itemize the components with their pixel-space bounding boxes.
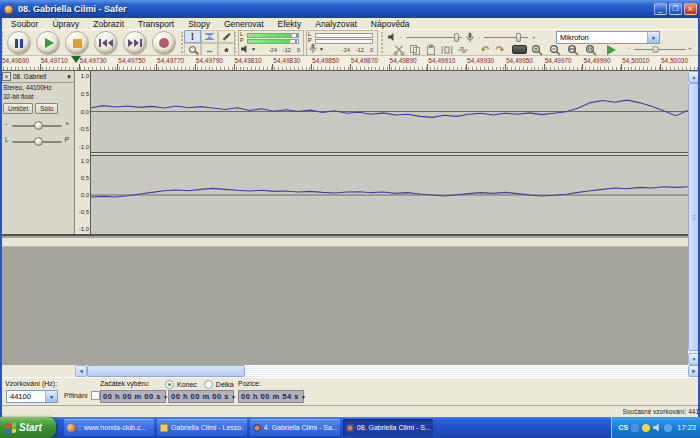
horizontal-scrollbar-row: ◄ ► [0,365,700,377]
menu-upravy[interactable]: Úpravy [45,19,86,29]
mixer-toolbar: - - + [388,31,536,43]
taskbar-task[interactable]: 08. Gabriella Cilmi - S... [343,419,433,436]
meter-dropdown-caret[interactable]: ▼ [319,46,324,52]
timeline-ruler[interactable]: 54,4969054,4971054,4973054,4975054,49770… [0,56,700,71]
track-menu-caret-icon[interactable]: ▼ [66,74,74,80]
tray-icon[interactable] [642,424,650,432]
horizontal-scroll-thumb[interactable] [87,365,245,377]
start-button[interactable]: Start [0,417,56,438]
chevron-down-icon[interactable]: ▼ [301,394,306,400]
chevron-down-icon[interactable]: ▼ [231,394,236,400]
copy-button[interactable] [408,43,422,56]
ruler-major-tick [79,64,80,70]
gain-slider-thumb[interactable] [34,121,43,130]
pan-slider[interactable]: L P [4,134,70,148]
output-meter[interactable]: LP ▼ -24-120 [238,30,304,56]
speaker-icon [241,45,249,53]
sync-lock-button[interactable] [510,43,528,56]
rate-select[interactable]: 44100 ▼ [6,390,58,403]
horizontal-scrollbar[interactable]: ◄ ► [75,365,700,377]
toolbar-grip[interactable] [381,32,385,53]
chevron-down-icon[interactable]: ▼ [45,391,57,402]
fit-project-button[interactable] [584,43,598,56]
track-title-bar[interactable]: × 08. Gabriell ▼ [0,71,74,83]
chevron-down-icon[interactable]: ▼ [647,32,659,43]
waveform-left-channel[interactable] [91,71,688,152]
zoom-tool-button[interactable] [184,43,201,56]
undo-button[interactable]: ↶ [478,43,492,56]
pause-button[interactable] [7,31,31,55]
tray-icon[interactable] [631,424,639,432]
fit-selection-button[interactable] [566,43,580,56]
minimize-button[interactable]: _ [654,3,667,15]
zoom-in-button[interactable] [530,43,544,56]
audacity-window: 08. Gabriella Cilmi - Safer _ ❐ ✕ Soubor… [0,0,700,438]
playback-speed-slider[interactable] [634,45,686,54]
skip-to-start-button[interactable] [94,31,118,55]
tray-icon[interactable] [664,424,672,432]
multi-tool-button[interactable]: * [218,43,235,56]
microphone-icon [309,43,317,54]
meter-dropdown-caret[interactable]: ▼ [251,46,256,52]
close-button[interactable]: ✕ [684,3,697,15]
ibeam-icon: I [191,31,194,42]
pan-slider-thumb[interactable] [34,137,43,146]
track-close-button[interactable]: × [2,72,11,81]
envelope-tool-button[interactable] [201,30,218,43]
silence-button[interactable] [456,43,470,56]
selection-end-field[interactable]: 00 h 00 m 00 s ▼ [168,390,234,403]
redo-button[interactable]: ↷ [493,43,507,56]
taskbar-task[interactable]: Gabriella Cilmi - Lesso... [157,419,247,436]
audio-track[interactable]: × 08. Gabriell ▼ Stereo, 44100Hz 32-bit … [0,71,688,236]
menu-transport[interactable]: Transport [131,19,181,29]
vruler-label: -0,5 [79,126,89,132]
position-field[interactable]: 00 h 00 m 54 s ▼ [238,390,304,403]
menu-efekty[interactable]: Efekty [271,19,309,29]
cut-button[interactable] [392,43,406,56]
timeshift-tool-button[interactable]: ↔ [201,43,218,56]
length-radio[interactable] [204,380,213,389]
input-volume-slider[interactable] [484,33,528,42]
language-indicator[interactable]: CS [618,424,628,431]
vruler-label: 0,5 [81,91,89,97]
zoom-out-icon [549,44,561,56]
ruler-major-tick [544,64,545,70]
menu-soubor[interactable]: Soubor [4,19,45,29]
end-radio[interactable] [165,380,174,389]
waveform-right-channel[interactable] [91,156,688,234]
solo-button[interactable]: Sólo [35,103,58,114]
menu-zobrazit[interactable]: Zobrazit [86,19,131,29]
selection-start-field[interactable]: 00 h 00 m 00 s ▼ [100,390,166,403]
ruler-label: 54,49730 [80,57,107,64]
skip-to-end-button[interactable] [123,31,147,55]
title-bar[interactable]: 08. Gabriella Cilmi - Safer _ ❐ ✕ [0,0,700,18]
input-meter[interactable]: LP ▼ -24-120 [306,30,378,56]
scale-tick: 0 [297,47,300,53]
volume-tray-icon[interactable] [653,424,661,432]
menu-napoveda[interactable]: Nápověda [364,19,417,29]
play-button[interactable] [36,31,60,55]
gain-slider[interactable]: - + [4,118,70,132]
output-volume-slider[interactable] [406,33,462,42]
menu-analyzovat[interactable]: Analyzovat [308,19,364,29]
menu-generovat[interactable]: Generovat [217,19,271,29]
zoom-out-button[interactable] [548,43,562,56]
stop-button[interactable] [65,31,89,55]
snap-checkbox[interactable] [91,391,100,400]
paste-button[interactable] [424,43,438,56]
playhead-marker[interactable] [71,56,81,63]
play-at-speed-button[interactable] [604,43,618,56]
ruler-major-tick [156,64,157,70]
menu-stopy[interactable]: Stopy [181,19,217,29]
ruler-major-tick [272,64,273,70]
taskbar-task[interactable]: :: www.honda-club.c... [64,419,154,436]
trim-button[interactable] [440,43,454,56]
mute-button[interactable]: Umlčet [3,103,33,114]
maximize-button[interactable]: ❐ [669,3,682,15]
waveform-display[interactable] [91,71,688,234]
draw-tool-button[interactable] [218,30,235,43]
taskbar-task[interactable]: 4. Gabriella Cilmi - Sa... [250,419,340,436]
scroll-left-button[interactable]: ◄ [75,365,87,377]
selection-tool-button[interactable]: I [184,30,201,43]
record-button[interactable] [152,31,176,55]
